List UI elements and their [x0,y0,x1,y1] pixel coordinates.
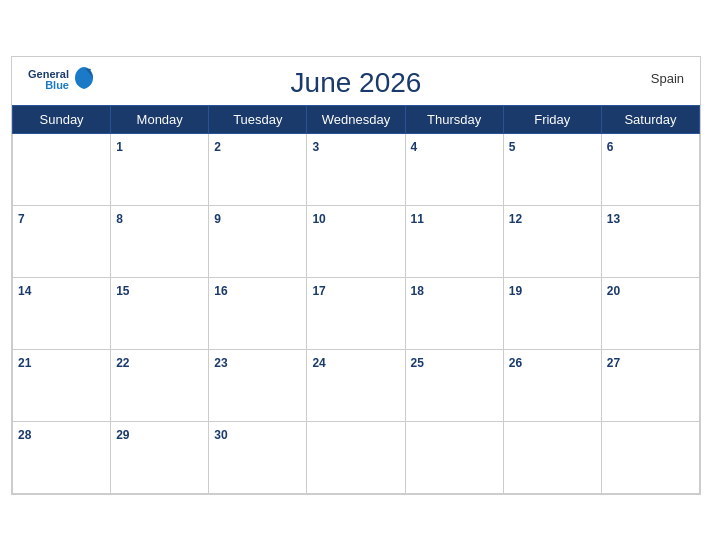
day-number: 5 [509,140,516,154]
day-number: 10 [312,212,325,226]
day-cell: 21 [13,349,111,421]
day-cell: 9 [209,205,307,277]
day-number: 30 [214,428,227,442]
day-cell [13,133,111,205]
day-cell [601,421,699,493]
day-number: 23 [214,356,227,370]
day-cell: 11 [405,205,503,277]
header-wednesday: Wednesday [307,105,405,133]
day-number: 18 [411,284,424,298]
calendar-title: June 2026 [291,67,422,99]
day-cell: 20 [601,277,699,349]
calendar-container: General Blue June 2026 Spain Sunday Mond… [11,56,701,495]
day-cell: 6 [601,133,699,205]
day-number: 13 [607,212,620,226]
header-monday: Monday [111,105,209,133]
day-cell: 15 [111,277,209,349]
day-cell: 25 [405,349,503,421]
week-row-1: 123456 [13,133,700,205]
day-cell: 10 [307,205,405,277]
day-number: 2 [214,140,221,154]
day-number: 11 [411,212,424,226]
header-sunday: Sunday [13,105,111,133]
header-tuesday: Tuesday [209,105,307,133]
country-label: Spain [651,71,684,86]
day-number: 6 [607,140,614,154]
day-number: 12 [509,212,522,226]
calendar-grid: Sunday Monday Tuesday Wednesday Thursday… [12,105,700,494]
day-number: 14 [18,284,31,298]
day-cell: 27 [601,349,699,421]
logo-general-text: General [28,69,69,80]
day-cell: 30 [209,421,307,493]
header-saturday: Saturday [601,105,699,133]
day-number: 9 [214,212,221,226]
day-number: 8 [116,212,123,226]
day-cell: 19 [503,277,601,349]
day-number: 3 [312,140,319,154]
day-number: 7 [18,212,25,226]
day-number: 29 [116,428,129,442]
day-cell: 26 [503,349,601,421]
day-number: 15 [116,284,129,298]
day-number: 27 [607,356,620,370]
day-cell [307,421,405,493]
day-cell: 23 [209,349,307,421]
calendar-header: General Blue June 2026 Spain [12,57,700,105]
day-cell: 13 [601,205,699,277]
header-thursday: Thursday [405,105,503,133]
day-cell: 4 [405,133,503,205]
day-number: 16 [214,284,227,298]
day-number: 1 [116,140,123,154]
day-cell: 17 [307,277,405,349]
day-cell: 1 [111,133,209,205]
header-friday: Friday [503,105,601,133]
day-cell: 28 [13,421,111,493]
day-number: 28 [18,428,31,442]
week-row-3: 14151617181920 [13,277,700,349]
day-cell [405,421,503,493]
day-cell: 3 [307,133,405,205]
day-cell: 29 [111,421,209,493]
day-number: 22 [116,356,129,370]
day-cell: 8 [111,205,209,277]
day-number: 17 [312,284,325,298]
day-cell: 12 [503,205,601,277]
weekday-header-row: Sunday Monday Tuesday Wednesday Thursday… [13,105,700,133]
day-cell: 2 [209,133,307,205]
logo-blue-text: Blue [45,80,69,91]
day-number: 24 [312,356,325,370]
week-row-2: 78910111213 [13,205,700,277]
day-cell: 24 [307,349,405,421]
day-cell [503,421,601,493]
day-cell: 14 [13,277,111,349]
day-number: 19 [509,284,522,298]
day-cell: 16 [209,277,307,349]
day-number: 25 [411,356,424,370]
day-cell: 18 [405,277,503,349]
day-cell: 5 [503,133,601,205]
day-number: 21 [18,356,31,370]
week-row-5: 282930 [13,421,700,493]
day-cell: 7 [13,205,111,277]
week-row-4: 21222324252627 [13,349,700,421]
day-number: 4 [411,140,418,154]
day-cell: 22 [111,349,209,421]
day-number: 20 [607,284,620,298]
logo-area: General Blue [28,65,95,95]
day-number: 26 [509,356,522,370]
logo-bird-icon [73,65,95,95]
